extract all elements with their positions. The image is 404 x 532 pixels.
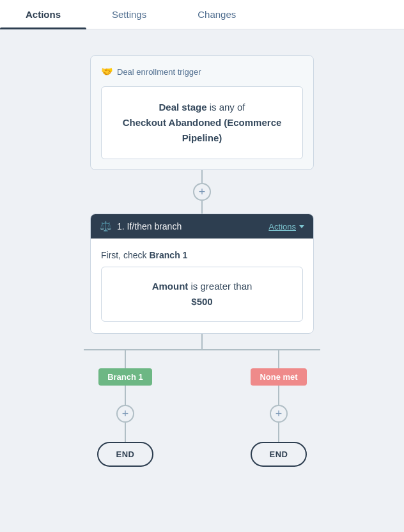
branch-col-line-1 [125,349,126,368]
trigger-header: 🤝 Deal enrollment trigger [101,66,303,77]
trigger-block: 🤝 Deal enrollment trigger Deal stage is … [90,55,314,170]
connector-1: + [193,170,211,214]
add-step-button-1[interactable]: + [193,183,211,201]
trigger-header-label: Deal enrollment trigger [117,67,201,77]
branch-col-line-2b [278,386,279,405]
add-step-button-branch1[interactable]: + [116,405,134,423]
condition-value: $500 [191,296,212,307]
branch-col-line-2c [278,423,279,442]
chevron-down-icon [299,225,304,228]
branch-condition[interactable]: Amount is greater than $500 [101,267,303,322]
first-check-label: First, check Branch 1 [101,250,303,260]
branch-actions-button[interactable]: Actions [268,222,304,231]
trigger-op: is any of [210,102,245,113]
connector-line-2 [201,201,203,214]
fork-horizontal: Branch 1 + END None met + END [68,349,336,467]
add-step-button-branch2[interactable]: + [270,405,288,423]
condition-field: Amount [152,281,189,292]
branch-icon: ⚖️ [100,221,112,232]
end-button-branch2[interactable]: END [251,442,307,467]
end-button-branch1[interactable]: END [97,442,154,467]
branch-title: 1. If/then branch [117,221,182,231]
branch-col-2: None met + END [221,349,336,467]
branch-header-left: ⚖️ 1. If/then branch [100,221,182,232]
branch-col-line-2 [278,349,279,368]
branch-block: ⚖️ 1. If/then branch Actions First, chec… [90,214,314,334]
branch-body: First, check Branch 1 Amount is greater … [91,239,313,333]
branch-col-1: Branch 1 + END [68,349,183,467]
fork-area: Branch 1 + END None met + END [13,334,391,467]
fork-line-top [201,334,203,349]
branch-col-line-1b [125,386,126,405]
tab-bar: Actions Settings Changes [0,0,404,29]
branch-name-label: Branch 1 [149,250,187,260]
workflow-canvas: 🤝 Deal enrollment trigger Deal stage is … [0,29,404,531]
tab-changes[interactable]: Changes [172,0,261,29]
tab-settings[interactable]: Settings [86,0,172,29]
connector-line-1 [201,170,203,183]
trigger-value: Checkout Abandoned (Ecommerce Pipeline) [123,117,282,143]
trigger-field: Deal stage [159,102,206,113]
trigger-condition[interactable]: Deal stage is any of Checkout Abandoned … [101,86,303,159]
handshake-icon: 🤝 [101,66,113,77]
branch-label-1: Branch 1 [98,368,152,386]
condition-op: is greater than [190,281,252,292]
branch-col-line-1c [125,423,126,442]
tab-actions[interactable]: Actions [0,0,86,29]
branch-label-2: None met [251,368,306,386]
branch-header: ⚖️ 1. If/then branch Actions [91,214,313,239]
